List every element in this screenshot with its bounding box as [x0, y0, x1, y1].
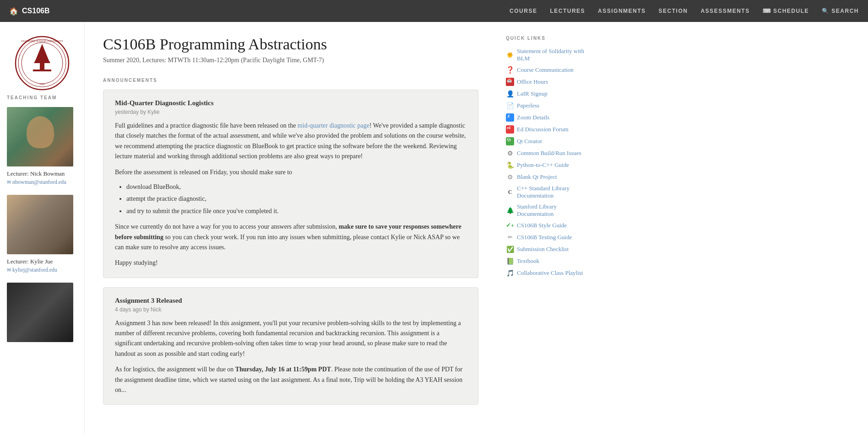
announcement-mid-quarter-meta: yesterday by Kylie [115, 109, 467, 115]
mid-quarter-link[interactable]: mid-quarter diagnostic page [298, 122, 369, 129]
build-icon: ⚙ [506, 149, 514, 157]
ed-icon: ed [506, 125, 514, 134]
instructor-nick-name: Lecturer: Nick Bowman [7, 170, 77, 177]
ql-testing-guide-label: CS106B Testing Guide [517, 234, 572, 241]
stanford-seal: STANFORD JUNIOR UNIVERSITY 1891 [15, 36, 70, 91]
bullet-1: download BlueBook, [126, 182, 467, 192]
zoom-icon: Z [506, 113, 514, 122]
ql-submission-checklist-label: Submission Checklist [517, 246, 569, 253]
instructor-kylie-name: Lecturer: Kylie Jue [7, 258, 77, 265]
ql-cpp-stdlib[interactable]: C C++ Standard Library Documentation [506, 185, 593, 199]
ql-ed-label: Ed Discussion Forum [517, 126, 569, 133]
instructor-ta [7, 283, 77, 342]
stanford-lib-icon: 🌲 [506, 206, 514, 214]
qt-icon: Qt [506, 137, 514, 145]
page-wrapper: STANFORD JUNIOR UNIVERSITY 1891 TEACHING… [0, 22, 868, 434]
nav-link-assignments[interactable]: ASSIGNMENTS [598, 8, 646, 14]
nav-link-course[interactable]: COURSE [510, 8, 537, 14]
bullet-2: attempt the practice diagnostic, [126, 194, 467, 204]
nav-link-section[interactable]: SECTION [659, 8, 688, 14]
ql-stanford-lib-label: Stanford Library Documentation [517, 203, 593, 218]
teaching-team-label: TEACHING TEAM [7, 95, 77, 100]
ql-playlist[interactable]: 🎵 Collaborative Class Playlist [506, 269, 593, 277]
quick-links-label: QUICK LINKS [506, 36, 593, 41]
page-subtitle: Summer 2020, Lectures: MTWTh 11:30am-12:… [103, 57, 478, 64]
announcement-assignment3-title: Assignment 3 Released [115, 297, 467, 305]
nav-brand[interactable]: 🏠 CS106B [9, 7, 49, 16]
announcement-assignment3-body: Assignment 3 has now been released! In t… [115, 318, 467, 396]
nav-link-schedule[interactable]: ⌨ SCHEDULE [763, 8, 809, 14]
ql-style-guide-label: CS106B Style Guide [517, 222, 567, 229]
left-sidebar: STANFORD JUNIOR UNIVERSITY 1891 TEACHING… [0, 22, 85, 434]
ql-testing-guide[interactable]: ✏ CS106B Testing Guide [506, 233, 593, 241]
nav-brand-text: CS106B [22, 7, 49, 15]
svg-text:1891: 1891 [39, 83, 45, 86]
instructor-nick-email[interactable]: nbowman@stanford.edu [7, 179, 77, 186]
communication-icon: ❓ [506, 66, 514, 74]
blm-icon: ✊ [506, 51, 514, 59]
submission-checklist-icon: ✅ [506, 245, 514, 253]
search-button[interactable]: 🔍 SEARCH [822, 8, 859, 14]
announcements-label: ANNOUNCEMENTS [103, 78, 478, 83]
ql-lair-label: LaIR Signup [517, 90, 548, 97]
lair-icon: 👤 [506, 90, 514, 98]
playlist-icon: 🎵 [506, 269, 514, 277]
instructor-nick: Lecturer: Nick Bowman nbowman@stanford.e… [7, 107, 77, 186]
home-icon: 🏠 [9, 7, 18, 16]
ql-communication[interactable]: ❓ Course Communication [506, 66, 593, 74]
ql-paperless[interactable]: 📄 Paperless [506, 102, 593, 110]
ql-blm-label: Statement of Solidarity with BLM [517, 48, 593, 62]
ql-office-hours[interactable]: 📅 Office Hours [506, 78, 593, 86]
announcement-assignment3: Assignment 3 Released 4 days ago by Nick… [103, 287, 478, 405]
ql-blank-qt[interactable]: ⚙ Blank Qt Project [506, 173, 593, 181]
ql-python[interactable]: 🐍 Python-to-C++ Guide [506, 161, 593, 169]
svg-rect-6 [33, 70, 51, 71]
style-guide-icon: ✓+ [506, 221, 514, 230]
main-content: CS106B Programming Abstractions Summer 2… [85, 22, 497, 434]
ql-blank-qt-label: Blank Qt Project [517, 173, 557, 181]
ql-style-guide[interactable]: ✓+ CS106B Style Guide [506, 221, 593, 230]
ql-textbook-label: Textbook [517, 257, 539, 265]
ql-playlist-label: Collaborative Class Playlist [517, 269, 583, 277]
instructor-kylie-photo [7, 195, 73, 254]
ql-lair[interactable]: 👤 LaIR Signup [506, 90, 593, 98]
nav-link-lectures[interactable]: LECTURES [550, 8, 585, 14]
testing-guide-icon: ✏ [506, 233, 514, 241]
bullet-3: and try to submit the practice file once… [126, 206, 467, 216]
main-nav: 🏠 CS106B COURSE LECTURES ASSIGNMENTS SEC… [0, 0, 868, 22]
ql-blm[interactable]: ✊ Statement of Solidarity with BLM [506, 48, 593, 62]
announcement-mid-quarter-body: Full guidelines and a practice diagnosti… [115, 121, 467, 268]
svg-rect-5 [40, 63, 44, 70]
ql-cpp-stdlib-label: C++ Standard Library Documentation [517, 185, 593, 199]
instructor-ta-photo [7, 283, 73, 342]
ql-submission-checklist[interactable]: ✅ Submission Checklist [506, 245, 593, 253]
ql-ed[interactable]: ed Ed Discussion Forum [506, 125, 593, 134]
ql-communication-label: Course Communication [517, 66, 574, 74]
ql-stanford-lib[interactable]: 🌲 Stanford Library Documentation [506, 203, 593, 218]
office-hours-icon: 📅 [506, 78, 514, 86]
ql-paperless-label: Paperless [517, 102, 539, 109]
announcement-mid-quarter-title: Mid-Quarter Diagnostic Logistics [115, 99, 467, 107]
instructor-kylie: Lecturer: Kylie Jue kyliej@stanford.edu [7, 195, 77, 273]
blank-qt-icon: ⚙ [506, 173, 514, 181]
ql-qt[interactable]: Qt Qt Creator [506, 137, 593, 145]
ql-textbook[interactable]: 📗 Textbook [506, 257, 593, 265]
ql-build[interactable]: ⚙ Common Build/Run Issues [506, 149, 593, 157]
cpp-stdlib-icon: C [506, 188, 514, 196]
announcement-mid-quarter: Mid-Quarter Diagnostic Logistics yesterd… [103, 90, 478, 278]
paperless-icon: 📄 [506, 102, 514, 110]
page-title: CS106B Programming Abstractions [103, 36, 478, 53]
python-icon: 🐍 [506, 161, 514, 169]
nav-links: COURSE LECTURES ASSIGNMENTS SECTION ASSE… [510, 7, 809, 15]
ql-zoom-label: Zoom Details [517, 114, 549, 121]
instructor-nick-photo [7, 107, 73, 166]
textbook-icon: 📗 [506, 257, 514, 265]
nav-link-assessments[interactable]: ASSESSMENTS [700, 8, 749, 14]
ql-zoom[interactable]: Z Zoom Details [506, 113, 593, 122]
announcement-assignment3-meta: 4 days ago by Nick [115, 306, 467, 313]
svg-text:STANFORD JUNIOR UNIVERSITY: STANFORD JUNIOR UNIVERSITY [21, 40, 63, 43]
right-sidebar: QUICK LINKS ✊ Statement of Solidarity wi… [497, 22, 602, 434]
instructor-kylie-email[interactable]: kyliej@stanford.edu [7, 267, 77, 273]
ql-qt-label: Qt Creator [517, 138, 542, 145]
ql-build-label: Common Build/Run Issues [517, 150, 581, 157]
